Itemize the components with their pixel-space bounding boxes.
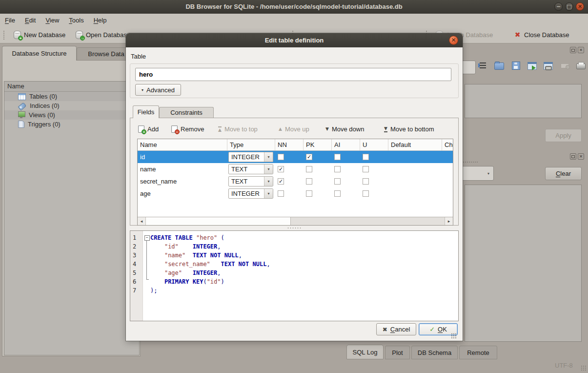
advanced-button[interactable]: ▾ Advanced — [135, 84, 181, 96]
text-lines-icon[interactable] — [478, 62, 487, 70]
dock-splitter[interactable] — [461, 161, 478, 163]
column-header-ai[interactable]: AI — [332, 139, 360, 150]
ai-checkbox[interactable] — [334, 178, 341, 185]
dock-close-icon[interactable]: × — [578, 47, 584, 53]
window-resize-grip[interactable] — [581, 365, 587, 371]
tree-item-indices[interactable]: Indices (0) — [4, 101, 139, 110]
nn-checkbox[interactable]: ✓ — [278, 166, 284, 172]
u-checkbox[interactable] — [363, 178, 369, 185]
bottom-tab-db-schema[interactable]: DB Schema — [411, 346, 458, 359]
type-combo[interactable]: INTEGER▾ — [228, 188, 273, 199]
toolbar-grip[interactable] — [3, 30, 5, 40]
nn-checkbox[interactable] — [278, 154, 284, 160]
printer-icon[interactable] — [576, 62, 586, 70]
scrollbar-track[interactable] — [291, 217, 445, 225]
fields-table[interactable]: NameTypeNNPKAIUDefaultCheckidINTEGER▾✓na… — [137, 139, 453, 226]
field-row-age[interactable]: ageINTEGER▾ — [138, 187, 453, 200]
null-icon[interactable] — [560, 62, 569, 70]
u-checkbox[interactable] — [363, 166, 369, 172]
tree-item-triggers[interactable]: Triggers (0) — [4, 120, 139, 129]
column-header-check[interactable]: Check — [442, 139, 453, 150]
dock-float-icon[interactable] — [570, 47, 576, 53]
tree-item-views[interactable]: Views (0) — [4, 110, 139, 120]
apply-button[interactable]: Apply — [545, 129, 582, 142]
scroll-left-icon[interactable]: ◂ — [138, 217, 146, 225]
fold-collapse-icon[interactable]: − — [144, 235, 150, 241]
fold-guide-line — [146, 240, 147, 279]
type-combo[interactable]: INTEGER▾ — [228, 152, 273, 162]
minimize-icon[interactable]: − — [554, 2, 563, 11]
type-combo[interactable]: TEXT▾ — [228, 176, 273, 186]
type-combo[interactable]: TEXT▾ — [228, 164, 273, 174]
close-icon[interactable]: ✕ — [576, 2, 584, 11]
table-name-input[interactable] — [135, 68, 451, 81]
bottom-tab-remote[interactable]: Remote — [459, 346, 497, 359]
bottom-tab-plot[interactable]: Plot — [385, 346, 410, 359]
sql-lines: 1CREATE TABLE "hero" (2 "id" INTEGER,3 "… — [130, 231, 458, 295]
u-checkbox[interactable] — [363, 190, 369, 197]
dock-float-icon[interactable] — [570, 153, 576, 160]
new-database-button[interactable]: +New Database — [12, 28, 67, 41]
tree-header-name[interactable]: Name — [4, 82, 139, 92]
dialog-close-icon[interactable]: ✕ — [449, 36, 458, 45]
dialog-resize-grip[interactable] — [451, 333, 457, 339]
schema-tree[interactable]: Name Tables (0)Indices (0)Views (0)Trigg… — [4, 81, 140, 355]
pk-checkbox[interactable] — [306, 166, 312, 172]
menu-help[interactable]: Help — [89, 14, 112, 27]
pk-checkbox[interactable] — [306, 190, 312, 197]
u-checkbox[interactable] — [363, 154, 369, 160]
column-header-default[interactable]: Default — [388, 139, 442, 150]
blue-save-icon[interactable] — [511, 62, 521, 70]
nn-checkbox[interactable]: ✓ — [278, 178, 284, 185]
column-header-type[interactable]: Type — [227, 139, 275, 150]
menu-tools[interactable]: Tools — [64, 14, 88, 27]
bottom-tab-sql-log[interactable]: SQL Log — [346, 345, 384, 359]
tab-fields[interactable]: Fields — [133, 105, 159, 118]
scrollbar-thumb[interactable] — [146, 217, 291, 225]
dialog-splitter[interactable] — [287, 227, 302, 229]
field-row-secret_name[interactable]: secret_nameTEXT▾✓ — [138, 175, 453, 187]
cancel-button[interactable]: ✖ Cancel — [376, 323, 416, 335]
move-to-top-button[interactable]: ▲Move to top — [218, 123, 258, 135]
open-database-button[interactable]: →Open Database — [74, 28, 132, 41]
cell-editor-area[interactable] — [465, 84, 582, 118]
dock-close-icon[interactable]: × — [578, 153, 584, 160]
field-row-id[interactable]: idINTEGER▾✓ — [138, 151, 453, 163]
nn-checkbox[interactable] — [278, 190, 284, 197]
clear-button[interactable]: Clear — [545, 167, 582, 180]
close-database-button[interactable]: ✖Close Database — [512, 28, 571, 41]
move-up-button[interactable]: ▲Move up — [279, 123, 309, 135]
app-root: DB Browser for SQLite - /home/user/code/… — [0, 0, 588, 373]
tab-constraints[interactable]: Constraints — [159, 107, 214, 118]
sql-log-list[interactable] — [465, 185, 582, 342]
scroll-right-icon[interactable]: ▸ — [445, 217, 453, 225]
pk-checkbox[interactable] — [306, 178, 312, 185]
menu-view[interactable]: View — [41, 14, 64, 27]
ai-checkbox[interactable] — [334, 190, 341, 197]
add-button[interactable]: +Add — [138, 123, 159, 135]
move-to-bottom-label: Move to bottom — [390, 125, 434, 133]
window-link-icon[interactable] — [544, 62, 553, 70]
move-to-bottom-button[interactable]: ▼Move to bottom — [384, 123, 434, 135]
menu-edit[interactable]: Edit — [20, 14, 41, 27]
bar-up-icon: ▲ — [218, 126, 222, 132]
tree-item-tables[interactable]: Tables (0) — [4, 92, 139, 101]
ai-cell — [332, 163, 360, 175]
field-row-name[interactable]: nameTEXT▾✓ — [138, 163, 453, 175]
ai-checkbox[interactable] — [334, 166, 341, 172]
menu-file[interactable]: File — [0, 14, 20, 27]
column-header-u[interactable]: U — [360, 139, 388, 150]
remove-button[interactable]: −Remove — [171, 123, 204, 135]
pk-checkbox[interactable]: ✓ — [306, 154, 312, 160]
window-arrow-icon[interactable] — [527, 62, 537, 70]
ai-checkbox[interactable] — [334, 154, 341, 160]
sql-preview[interactable]: 1CREATE TABLE "hero" (2 "id" INTEGER,3 "… — [130, 230, 459, 321]
move-down-button[interactable]: ▼Move down — [325, 123, 364, 135]
column-header-name[interactable]: Name — [138, 139, 227, 150]
horizontal-scrollbar[interactable]: ◂ ▸ — [138, 217, 453, 225]
column-header-nn[interactable]: NN — [275, 139, 304, 150]
column-header-pk[interactable]: PK — [304, 139, 332, 150]
maximize-icon[interactable]: □ — [565, 2, 573, 11]
blue-folder-icon[interactable] — [494, 62, 504, 70]
tab-database-structure[interactable]: Database Structure — [2, 46, 77, 61]
